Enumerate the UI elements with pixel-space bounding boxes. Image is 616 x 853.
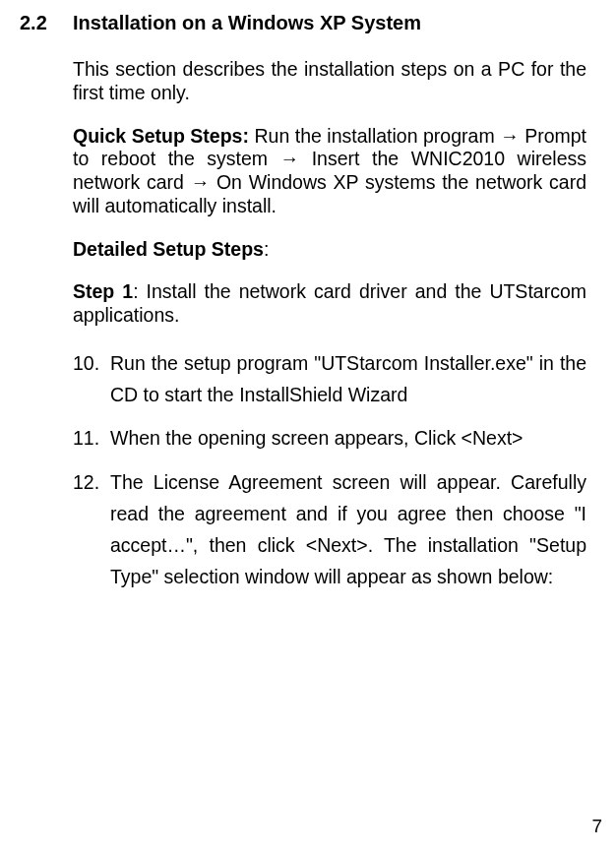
step1-label: Step 1 bbox=[73, 280, 133, 302]
intro-paragraph: This section describes the installation … bbox=[73, 58, 586, 105]
list-text: Run the setup program "UTStarcom Install… bbox=[110, 347, 586, 410]
detailed-heading: Detailed Setup Steps: bbox=[73, 238, 586, 262]
section-title: Installation on a Windows XP System bbox=[73, 12, 421, 34]
quick-setup-paragraph: Quick Setup Steps: Run the installation … bbox=[73, 125, 586, 218]
list-number: 11. bbox=[73, 422, 110, 454]
list-text: When the opening screen appears, Click <… bbox=[110, 422, 586, 454]
step1-paragraph: Step 1: Install the network card driver … bbox=[73, 280, 586, 328]
section-number: 2.2 bbox=[20, 12, 73, 34]
step1-text: : Install the network card driver and th… bbox=[73, 280, 586, 326]
list-item: 12. The License Agreement screen will ap… bbox=[73, 466, 586, 593]
page-number: 7 bbox=[591, 816, 602, 837]
list-text: The License Agreement screen will appear… bbox=[110, 466, 586, 593]
section-header: 2.2 Installation on a Windows XP System bbox=[20, 12, 586, 34]
list-number: 12. bbox=[73, 466, 110, 593]
list-item: 10. Run the setup program "UTStarcom Ins… bbox=[73, 347, 586, 410]
list-number: 10. bbox=[73, 347, 110, 410]
detailed-colon: : bbox=[264, 238, 269, 260]
list-item: 11. When the opening screen appears, Cli… bbox=[73, 422, 586, 454]
detailed-label: Detailed Setup Steps bbox=[73, 238, 264, 260]
body-content: This section describes the installation … bbox=[73, 58, 586, 592]
quick-setup-label: Quick Setup Steps: bbox=[73, 125, 249, 147]
